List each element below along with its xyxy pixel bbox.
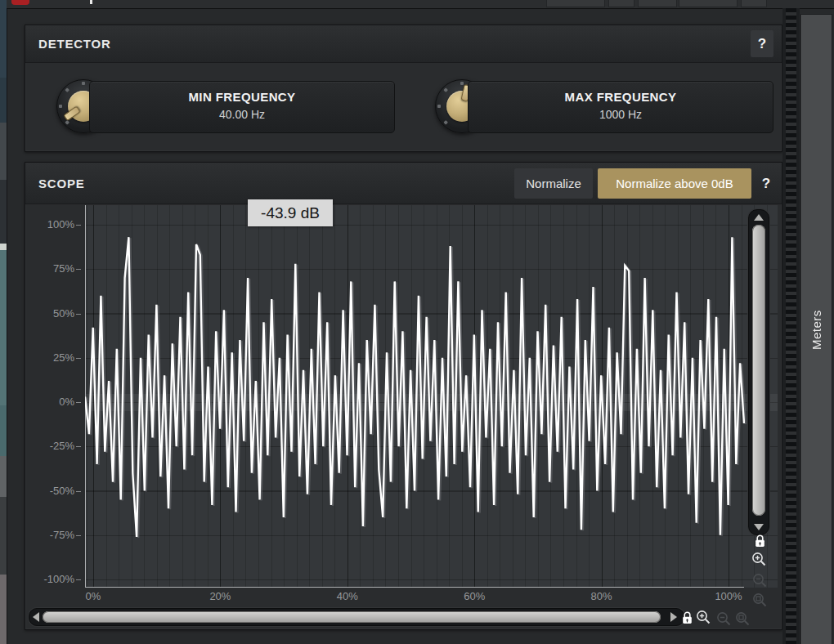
plugin-logo-fragment — [11, 0, 29, 5]
min-frequency-label: MIN FREQUENCY — [90, 90, 394, 104]
normalize-above-0db-button[interactable]: Normalize above 0dB — [598, 168, 751, 199]
x-axis-tick-label: 0% — [65, 590, 122, 602]
x-axis-tick-label: 20% — [191, 590, 249, 602]
max-frequency-value-panel[interactable]: MAX FREQUENCY 1000 Hz — [468, 81, 773, 133]
x-zoom-out-icon[interactable] — [716, 611, 732, 627]
toolbar-button-fragment[interactable] — [546, 0, 605, 7]
knob-tick-dot — [443, 120, 448, 125]
detector-panel-header: DETECTOR ? — [25, 25, 782, 63]
y-axis-tick-label: 100% — [47, 218, 74, 230]
panel-grip-strip — [782, 8, 800, 644]
knob-tick-dot — [443, 87, 448, 92]
y-axis-tick-label: 0% — [59, 396, 74, 408]
x-axis-tick-label: 100% — [700, 590, 757, 602]
x-zoom-in-icon[interactable] — [696, 610, 711, 625]
toolbar-button-fragment[interactable] — [741, 0, 767, 7]
y-axis-tick-label: -100% — [43, 573, 74, 585]
toolbar-button-fragment[interactable] — [608, 0, 634, 7]
toolbar-button-fragment[interactable] — [679, 0, 738, 7]
horizontal-scrollbar[interactable] — [29, 608, 684, 626]
min-frequency-value-panel[interactable]: MIN FREQUENCY 40.00 Hz — [89, 81, 395, 133]
y-axis-tick-mark — [76, 402, 81, 403]
y-axis-tick-mark — [76, 225, 81, 226]
y-lock-icon[interactable] — [755, 534, 765, 548]
toolbar-fragment — [7, 0, 834, 9]
detector-panel: DETECTOR ? MIN FREQUENCY 40.00 Hz MAX FR… — [25, 25, 782, 152]
y-axis-tick-mark — [76, 269, 81, 270]
scope-panel: SCOPE Normalize Normalize above 0dB ? 10… — [25, 162, 782, 630]
y-axis-tick-label: -75% — [50, 529, 74, 541]
knob-tick-dot — [82, 82, 85, 85]
horizontal-scrollbar-thumb[interactable] — [43, 611, 661, 623]
scroll-right-arrow-icon[interactable] — [670, 612, 677, 622]
meters-tab-label: Meters — [801, 15, 832, 644]
y-zoom-reset-icon[interactable] — [752, 593, 768, 608]
min-frequency-value: 40.00 Hz — [90, 108, 394, 121]
y-axis-tick-mark — [76, 579, 81, 580]
max-frequency-value: 1000 Hz — [469, 108, 773, 121]
normalize-button[interactable]: Normalize — [514, 168, 593, 199]
scope-help-button[interactable]: ? — [756, 168, 777, 199]
y-axis-tick-label: -50% — [50, 485, 74, 497]
knob-tick-dot — [59, 105, 62, 108]
x-zoom-reset-icon[interactable] — [735, 611, 751, 627]
y-axis-tick-mark — [76, 535, 81, 536]
scope-panel-header: SCOPE Normalize Normalize above 0dB ? — [25, 163, 782, 204]
scroll-left-arrow-icon[interactable] — [33, 612, 39, 622]
meters-side-tab[interactable]: Meters — [800, 14, 832, 644]
toolbar-button-fragment[interactable] — [638, 0, 677, 7]
detector-help-button[interactable]: ? — [751, 30, 773, 57]
background-window-sliver — [0, 0, 7, 644]
y-axis-tick-mark — [76, 446, 81, 447]
y-axis-ticks: 100%75%50%25%0%-25%-50%-75%-100% — [34, 205, 81, 588]
y-zoom-in-icon[interactable] — [751, 552, 767, 567]
value-tooltip: -43.9 dB — [248, 199, 333, 226]
scope-panel-title: SCOPE — [38, 163, 85, 203]
y-axis-tick-label: 50% — [53, 307, 74, 320]
knob-tick-dot — [65, 87, 70, 92]
x-axis-tick-label: 60% — [446, 590, 503, 602]
y-axis-tick-label: 75% — [53, 262, 74, 275]
scroll-up-arrow-icon[interactable] — [754, 214, 764, 221]
vertical-scrollbar[interactable] — [748, 209, 769, 535]
detector-panel-title: DETECTOR — [38, 25, 111, 62]
x-axis-ticks: 0%20%40%60%80%100% — [85, 590, 778, 605]
max-frequency-label: MAX FREQUENCY — [469, 90, 773, 104]
y-zoom-out-icon[interactable] — [752, 573, 768, 588]
scroll-down-arrow-icon[interactable] — [754, 524, 764, 530]
y-axis-tick-mark — [76, 358, 81, 359]
waveform-trace — [85, 205, 745, 588]
knob-tick-dot — [437, 105, 441, 108]
toolbar-dot — [90, 0, 92, 4]
vertical-scrollbar-thumb[interactable] — [752, 225, 765, 516]
x-lock-icon[interactable] — [682, 611, 693, 624]
y-axis-tick-label: 25% — [53, 351, 74, 364]
y-axis-tick-mark — [76, 314, 81, 315]
y-axis-tick-mark — [76, 491, 81, 492]
y-axis-tick-label: -25% — [50, 440, 74, 452]
x-axis-tick-label: 40% — [319, 590, 376, 602]
x-axis-tick-label: 80% — [573, 590, 630, 602]
